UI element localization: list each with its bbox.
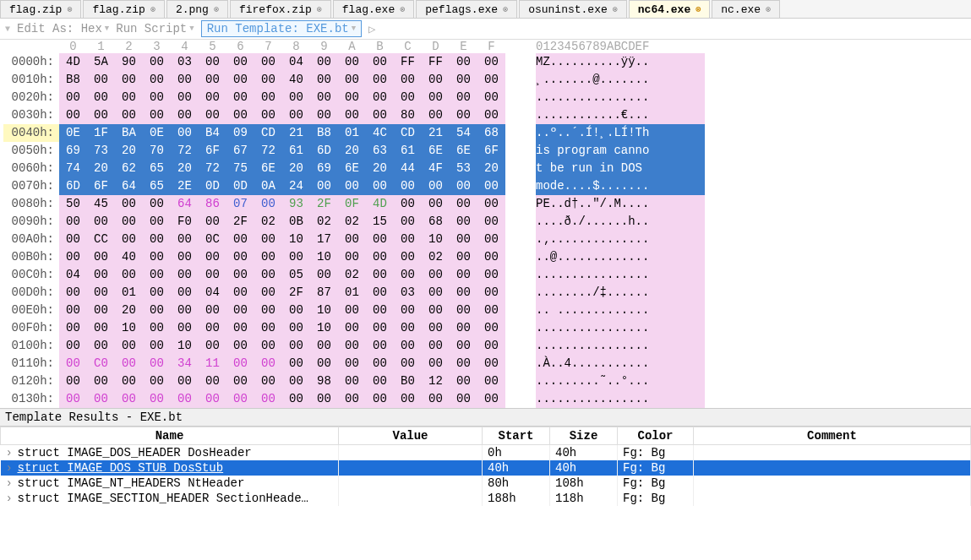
hex-byte[interactable]: 00 bbox=[199, 53, 226, 71]
hex-byte[interactable]: 00 bbox=[143, 213, 171, 231]
hex-row[interactable]: 0120h:000000000000000000980000B0120000..… bbox=[0, 372, 971, 390]
hex-byte[interactable]: FF bbox=[394, 53, 422, 71]
hex-byte[interactable]: 00 bbox=[366, 390, 394, 408]
hex-byte[interactable]: 00 bbox=[282, 337, 310, 355]
hex-byte[interactable]: 4D bbox=[59, 53, 87, 71]
hex-byte[interactable]: 00 bbox=[282, 355, 310, 372]
hex-byte[interactable]: 00 bbox=[450, 319, 477, 337]
hex-byte[interactable]: 00 bbox=[477, 71, 505, 89]
hex-byte[interactable]: 00 bbox=[366, 106, 394, 124]
hex-byte[interactable]: 00 bbox=[282, 372, 310, 390]
hex-row[interactable]: 00D0h:00000100000400002F87010003000000..… bbox=[0, 284, 971, 302]
hex-byte[interactable]: 00 bbox=[366, 284, 394, 302]
hex-byte[interactable]: 00 bbox=[171, 284, 199, 302]
file-tab-3[interactable]: firefox.zip⊗ bbox=[230, 0, 331, 18]
hex-byte[interactable]: 00 bbox=[87, 284, 115, 302]
hex-byte[interactable]: 64 bbox=[171, 195, 199, 213]
hex-byte[interactable]: 00 bbox=[115, 213, 143, 231]
hex-byte[interactable]: 69 bbox=[310, 160, 338, 177]
hex-byte[interactable]: 0C bbox=[199, 231, 226, 248]
hex-byte[interactable]: 67 bbox=[226, 142, 254, 160]
run-template-button[interactable]: Run Template: EXE.bt▼ bbox=[201, 20, 362, 37]
hex-byte[interactable]: 00 bbox=[310, 337, 338, 355]
hex-byte[interactable]: 03 bbox=[171, 53, 199, 71]
hex-byte[interactable]: 00 bbox=[59, 319, 87, 337]
hex-byte[interactable]: 00 bbox=[450, 106, 477, 124]
hex-byte[interactable]: 00 bbox=[282, 248, 310, 266]
hex-byte[interactable]: 00 bbox=[477, 213, 505, 231]
hex-byte[interactable]: 00 bbox=[477, 89, 505, 106]
hex-byte[interactable]: 72 bbox=[254, 142, 282, 160]
hex-byte[interactable]: 00 bbox=[171, 319, 199, 337]
hex-byte[interactable]: 00 bbox=[338, 390, 366, 408]
hex-byte[interactable]: 00 bbox=[87, 89, 115, 106]
hex-byte[interactable]: 00 bbox=[254, 266, 282, 284]
hex-byte[interactable]: 2F bbox=[310, 195, 338, 213]
hex-byte[interactable]: 00 bbox=[254, 195, 282, 213]
hex-byte[interactable]: 00 bbox=[143, 372, 171, 390]
hex-byte[interactable]: 00 bbox=[171, 231, 199, 248]
hex-byte[interactable]: 6F bbox=[87, 177, 115, 195]
hex-byte[interactable]: 00 bbox=[366, 372, 394, 390]
table-row[interactable]: ›struct IMAGE_SECTION_HEADER SectionHead… bbox=[1, 491, 971, 506]
hex-byte[interactable]: 00 bbox=[59, 390, 87, 408]
hex-byte[interactable]: 02 bbox=[310, 213, 338, 231]
hex-byte[interactable]: 80 bbox=[394, 106, 422, 124]
hex-byte[interactable]: 00 bbox=[171, 266, 199, 284]
hex-byte[interactable]: 09 bbox=[226, 124, 254, 142]
hex-byte[interactable]: 07 bbox=[226, 195, 254, 213]
hex-byte[interactable]: 00 bbox=[477, 195, 505, 213]
table-header[interactable]: Start bbox=[483, 427, 550, 445]
hex-byte[interactable]: 00 bbox=[394, 337, 422, 355]
hex-byte[interactable]: 65 bbox=[143, 160, 171, 177]
close-icon[interactable]: ⊗ bbox=[214, 4, 219, 14]
hex-byte[interactable]: 00 bbox=[450, 284, 477, 302]
hex-byte[interactable]: 00 bbox=[477, 177, 505, 195]
hex-byte[interactable]: 00 bbox=[143, 53, 171, 71]
hex-byte[interactable]: 00 bbox=[115, 89, 143, 106]
run-script-menu[interactable]: Run Script▼ bbox=[116, 22, 194, 35]
hex-byte[interactable]: 00 bbox=[115, 337, 143, 355]
hex-byte[interactable]: 17 bbox=[310, 231, 338, 248]
hex-byte[interactable]: 02 bbox=[338, 213, 366, 231]
hex-byte[interactable]: 00 bbox=[477, 53, 505, 71]
hex-row[interactable]: 00B0h:00004000000000000010000000020000..… bbox=[0, 248, 971, 266]
hex-byte[interactable]: 00 bbox=[394, 195, 422, 213]
hex-byte[interactable]: 00 bbox=[199, 319, 226, 337]
hex-byte[interactable]: 6F bbox=[477, 142, 505, 160]
hex-byte[interactable]: 20 bbox=[171, 160, 199, 177]
hex-byte[interactable]: 00 bbox=[310, 355, 338, 372]
hex-byte[interactable]: 45 bbox=[87, 195, 115, 213]
hex-byte[interactable]: 00 bbox=[87, 319, 115, 337]
hex-byte[interactable]: 00 bbox=[366, 266, 394, 284]
hex-byte[interactable]: 00 bbox=[366, 53, 394, 71]
hex-byte[interactable]: 00 bbox=[171, 302, 199, 319]
hex-byte[interactable]: 24 bbox=[282, 177, 310, 195]
hex-byte[interactable]: 00 bbox=[59, 231, 87, 248]
hex-byte[interactable]: 0F bbox=[338, 195, 366, 213]
hex-byte[interactable]: 00 bbox=[422, 319, 450, 337]
hex-byte[interactable]: 20 bbox=[115, 142, 143, 160]
tree-caret-icon[interactable]: › bbox=[6, 461, 14, 475]
hex-byte[interactable]: 00 bbox=[450, 71, 477, 89]
hex-byte[interactable]: 00 bbox=[87, 337, 115, 355]
hex-byte[interactable]: 00 bbox=[282, 106, 310, 124]
hex-byte[interactable]: 00 bbox=[450, 337, 477, 355]
hex-byte[interactable]: 00 bbox=[226, 390, 254, 408]
hex-byte[interactable]: 00 bbox=[143, 390, 171, 408]
hex-byte[interactable]: 10 bbox=[310, 248, 338, 266]
hex-byte[interactable]: 12 bbox=[422, 372, 450, 390]
hex-byte[interactable]: 00 bbox=[338, 319, 366, 337]
hex-byte[interactable]: 6D bbox=[310, 142, 338, 160]
file-tab-6[interactable]: osuninst.exe⊗ bbox=[519, 0, 627, 18]
hex-byte[interactable]: 01 bbox=[115, 284, 143, 302]
hex-byte[interactable]: 00 bbox=[199, 372, 226, 390]
hex-byte[interactable]: 72 bbox=[199, 160, 226, 177]
hex-byte[interactable]: CD bbox=[394, 124, 422, 142]
hex-byte[interactable]: 00 bbox=[87, 106, 115, 124]
hex-byte[interactable]: 40 bbox=[282, 71, 310, 89]
hex-byte[interactable]: 00 bbox=[366, 248, 394, 266]
hex-byte[interactable]: 00 bbox=[310, 390, 338, 408]
file-tab-2[interactable]: 2.png⊗ bbox=[166, 0, 228, 18]
hex-byte[interactable]: 00 bbox=[87, 266, 115, 284]
